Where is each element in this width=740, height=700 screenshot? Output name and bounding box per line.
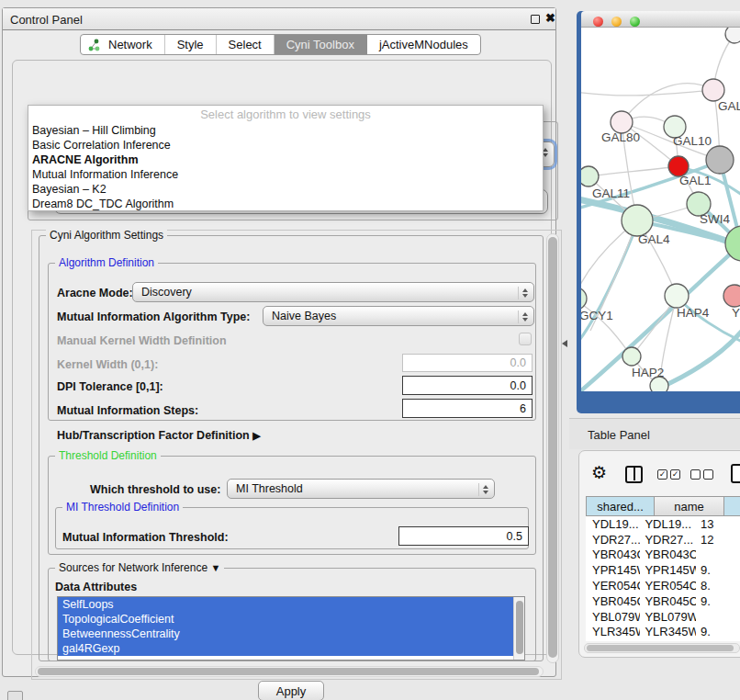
select-all-checkbox-icon[interactable]: ✓ — [657, 469, 667, 480]
node-left-green[interactable] — [581, 166, 599, 186]
apply-button[interactable]: Apply — [258, 681, 324, 700]
table-horizontal-scrollbar[interactable] — [584, 643, 740, 653]
node-hap2[interactable] — [622, 347, 641, 366]
node-gal4[interactable] — [622, 205, 653, 236]
table-column-header[interactable] — [724, 497, 740, 515]
data-attributes-list[interactable]: SelfLoops TopologicalCoefficient Between… — [57, 596, 525, 660]
splitter-arrow-icon[interactable] — [562, 340, 567, 347]
control-panel-tabbar: Network Style Select Cyni Toolbox jActiv… — [80, 34, 481, 55]
table-row[interactable]: YLR345W YLR345W 9. — [586, 625, 740, 640]
data-attribute-item[interactable]: gal4RGexp — [58, 641, 515, 656]
manual-kernel-label: Manual Kernel Width Definition — [57, 334, 227, 347]
algorithm-list-item[interactable]: Dream8 DC_TDC Algorithm — [28, 197, 543, 211]
settings-horizontal-scrollbar[interactable] — [35, 666, 544, 677]
which-threshold-label: Which threshold to use: — [90, 483, 220, 496]
control-panel: Control Panel ✖ Network Style Select Cyn… — [2, 7, 556, 677]
group-title: Algorithm Definition — [55, 256, 158, 269]
control-panel-titlebar: Control Panel ✖ — [3, 8, 555, 30]
close-traffic-light-icon[interactable] — [593, 17, 603, 27]
node-hap4[interactable] — [665, 284, 689, 308]
dpi-tolerance-label: DPI Tolerance [0,1]: — [57, 380, 163, 393]
table-row[interactable]: YBR043C YBR043C — [586, 548, 740, 563]
table-row[interactable]: YDL19... YDL19... 13 — [586, 516, 740, 532]
table-row[interactable]: YER054C YER054C 8. — [586, 578, 740, 593]
table-column-header[interactable]: name — [655, 497, 724, 515]
mi-steps-field[interactable]: 6 — [402, 399, 533, 418]
network-canvas-container[interactable]: GALGAL80GAL10GAL1GAL11SWI4GAL4GCY1HAP4YH… — [581, 28, 740, 391]
network-edge — [581, 90, 713, 96]
node-salmon[interactable] — [723, 285, 740, 307]
hub-definition-toggle[interactable]: Hub/Transcription Factor Definition ▶ — [57, 429, 261, 442]
table-row[interactable]: YDR27... YDR27... 12 — [586, 532, 740, 548]
table-settings-gear-icon[interactable]: ⚙ — [591, 462, 607, 483]
deselect-checkbox-icon[interactable] — [703, 469, 713, 480]
table-row[interactable]: YIL052C YIL052C 9 — [586, 639, 740, 641]
network-edge — [589, 166, 678, 176]
network-node-label: GAL — [718, 99, 740, 113]
table-function-icon[interactable] — [731, 464, 740, 483]
network-canvas: GALGAL80GAL10GAL1GAL11SWI4GAL4GCY1HAP4YH… — [581, 28, 740, 391]
which-threshold-combobox[interactable]: MI Threshold — [227, 479, 495, 499]
minimize-traffic-light-icon[interactable] — [611, 17, 622, 27]
sources-toggle[interactable]: Sources for Network Inference ▼ — [55, 561, 224, 574]
mi-steps-label: Mutual Information Steps: — [57, 404, 198, 417]
table-row[interactable]: YBL079W YBL079W — [586, 609, 740, 625]
manual-kernel-checkbox[interactable] — [519, 333, 532, 345]
mi-algorithm-type-combobox[interactable]: Naive Bayes — [263, 306, 534, 326]
data-attribute-item[interactable]: TopologicalCoefficient — [58, 612, 515, 627]
table-panel-title: Table Panel — [588, 428, 650, 442]
aracne-mode-label: Aracne Mode: — [57, 287, 133, 299]
control-panel-tab[interactable]: jActiveMNodules — [367, 35, 480, 54]
data-attribute-item[interactable]: SelfLoops — [58, 597, 515, 612]
group-title: MI Threshold Definition — [62, 501, 183, 514]
control-panel-tab[interactable]: Cyni Toolbox — [275, 35, 367, 54]
node-top-partial[interactable] — [725, 28, 740, 43]
control-panel-tab[interactable]: Style — [165, 35, 217, 54]
table-row[interactable]: YBR045C YBR045C 9. — [586, 593, 740, 609]
algorithm-list-item[interactable]: Bayesian – Hill Climbing — [28, 123, 543, 138]
algorithm-dropdown-popup: Select algorithm to view settings Bayesi… — [28, 105, 544, 211]
mi-algorithm-type-label: Mutual Information Algorithm Type: — [57, 310, 250, 323]
algorithm-list-item[interactable]: Bayesian – K2 — [28, 182, 543, 197]
dpi-tolerance-field[interactable]: 0.0 — [402, 376, 533, 395]
algorithm-list-item[interactable]: Mutual Information Inference — [28, 167, 543, 182]
network-node-label: HAP2 — [632, 366, 664, 379]
close-icon[interactable]: ✖ — [545, 11, 555, 25]
table-column-header[interactable]: shared... — [587, 497, 655, 515]
aracne-mode-combobox[interactable]: Discovery — [132, 282, 534, 302]
network-window-titlebar[interactable] — [581, 11, 740, 28]
control-panel-tab[interactable]: Select — [217, 35, 275, 54]
algorithm-list-item[interactable]: Basic Correlation Inference — [28, 138, 543, 152]
settings-vertical-scrollbar[interactable] — [546, 233, 559, 663]
collapsed-arrow-icon: ▶ — [252, 430, 260, 441]
data-attributes-label: Data Attributes — [55, 581, 137, 593]
group-title: Cyni Algorithm Settings — [46, 229, 167, 242]
list-vertical-scrollbar[interactable] — [513, 597, 524, 660]
algorithm-placeholder: Select algorithm to view settings — [28, 107, 543, 123]
mi-threshold-field[interactable]: 0.5 — [398, 526, 529, 546]
combo-spinner-icon — [518, 287, 529, 299]
table-row[interactable]: YPR145W YPR145W 9. — [586, 562, 740, 578]
network-node-label: HAP4 — [677, 306, 710, 320]
network-node-label: SWI4 — [700, 212, 730, 226]
combo-spinner-icon — [518, 310, 529, 323]
network-node-label: GCY1 — [581, 309, 613, 322]
docked-panel-icon[interactable] — [7, 691, 23, 700]
mi-threshold-label: Mutual Information Threshold: — [62, 531, 229, 544]
data-attribute-item[interactable]: BetweennessCentrality — [58, 627, 515, 641]
network-node-label: GAL1 — [679, 174, 712, 187]
screenshot-root: Control Panel ✖ Network Style Select Cyn… — [0, 0, 740, 700]
algorithm-list: Bayesian – Hill Climbing Basic Correlati… — [28, 123, 543, 211]
node-pink-top[interactable] — [702, 79, 724, 101]
network-node-label: GAL11 — [592, 186, 630, 200]
zoom-traffic-light-icon[interactable] — [630, 17, 640, 27]
network-node-label: GAL4 — [638, 232, 670, 246]
float-panel-icon[interactable] — [531, 15, 540, 24]
node-gray[interactable] — [706, 146, 734, 174]
kernel-width-field[interactable]: 0.0 — [402, 354, 533, 372]
column-layout-icon[interactable] — [625, 466, 643, 483]
select-all-checkbox-icon[interactable]: ✓ — [670, 469, 680, 480]
node-gcy1[interactable] — [581, 288, 587, 310]
algorithm-list-item[interactable]: ARACNE Algorithm — [28, 152, 543, 167]
deselect-checkbox-icon[interactable] — [690, 469, 701, 480]
